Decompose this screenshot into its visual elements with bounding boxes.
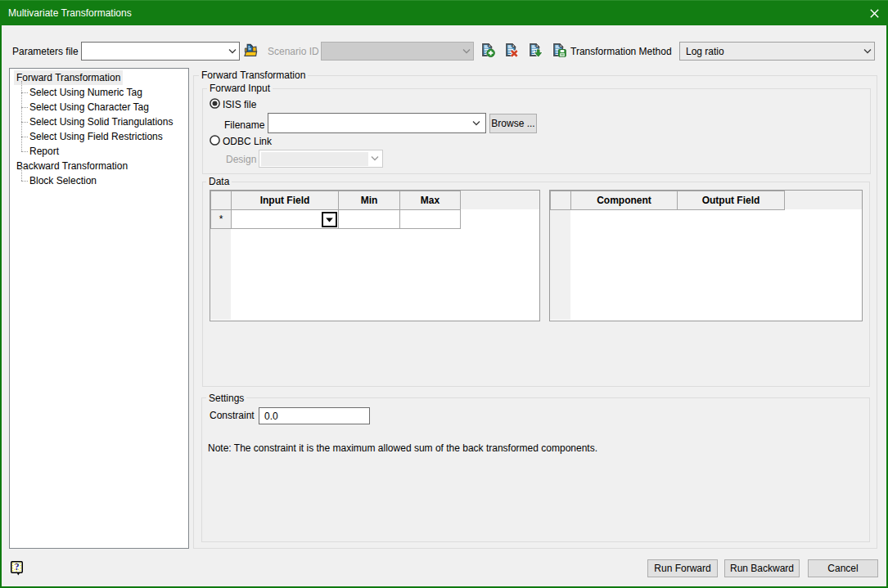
svg-text:?: ? (15, 562, 20, 572)
